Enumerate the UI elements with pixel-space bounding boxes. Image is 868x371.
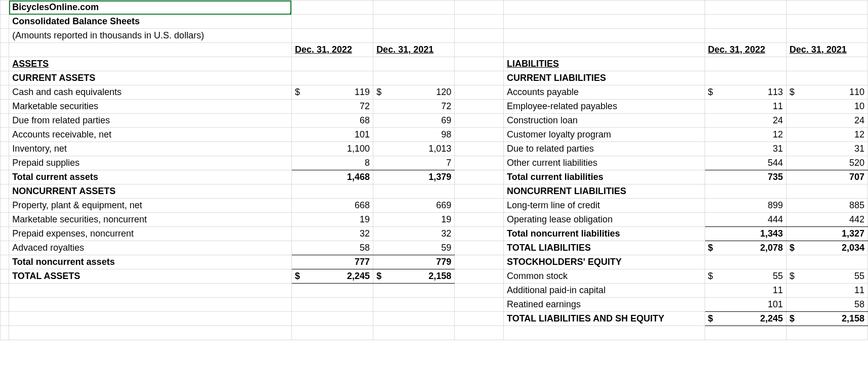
- asset-row-value[interactable]: 8: [291, 156, 373, 170]
- total-noncurrent-assets-value[interactable]: 777: [291, 255, 373, 269]
- current-liabilities-header[interactable]: CURRENT LIABILITIES: [504, 71, 705, 85]
- asset-row-value[interactable]: 32: [291, 227, 373, 241]
- asset-row-label[interactable]: Inventory, net: [9, 142, 292, 156]
- asset-row-value[interactable]: $120: [373, 85, 455, 100]
- equity-row-value[interactable]: 58: [786, 298, 867, 312]
- equity-row-label[interactable]: Reatined earnings: [504, 298, 705, 312]
- equity-row-label[interactable]: Common stock: [504, 269, 705, 284]
- company-name-cell[interactable]: BicyclesOnline.com: [9, 1, 292, 15]
- total-assets-value[interactable]: $2,245: [291, 269, 373, 284]
- asset-row-value[interactable]: 59: [373, 241, 455, 255]
- liab-row-value[interactable]: 12: [786, 128, 867, 142]
- total-noncurrent-liabilities-label[interactable]: Total noncurrent liabilities: [504, 227, 705, 241]
- liab-row-label[interactable]: Other current liabilities: [504, 156, 705, 170]
- liab-row-value[interactable]: 31: [705, 142, 786, 156]
- grand-total-value[interactable]: $2,158: [786, 312, 867, 326]
- liab-row-value[interactable]: 24: [705, 114, 786, 128]
- liab-row-value[interactable]: 444: [705, 213, 786, 227]
- asset-row-value[interactable]: 7: [373, 156, 455, 170]
- liab-row-label[interactable]: Operating lease obligation: [504, 213, 705, 227]
- asset-row-label[interactable]: Prepaid supplies: [9, 156, 292, 170]
- asset-row-value[interactable]: 668: [291, 199, 373, 213]
- asset-row-value[interactable]: $119: [291, 85, 373, 100]
- liab-row-value[interactable]: 31: [786, 142, 867, 156]
- liab-row-value[interactable]: 442: [786, 213, 867, 227]
- total-noncurrent-assets-label[interactable]: Total noncurrent assets: [9, 255, 292, 269]
- asset-row-value[interactable]: 101: [291, 128, 373, 142]
- liab-row-value[interactable]: 544: [705, 156, 786, 170]
- equity-row-value[interactable]: $55: [786, 269, 867, 284]
- liab-row-value[interactable]: $113: [705, 85, 786, 100]
- liab-row-label[interactable]: Long-term line of credit: [504, 199, 705, 213]
- asset-row-label[interactable]: Advaced royalties: [9, 241, 292, 255]
- total-current-liabilities-label[interactable]: Total current liabilities: [504, 170, 705, 184]
- asset-row-value[interactable]: 32: [373, 227, 455, 241]
- liab-row-value[interactable]: 12: [705, 128, 786, 142]
- total-current-liabilities-value[interactable]: 735: [705, 170, 786, 184]
- total-current-liabilities-value[interactable]: 707: [786, 170, 867, 184]
- asset-row-value[interactable]: 98: [373, 128, 455, 142]
- liabilities-section-header[interactable]: LIABILITIES: [504, 57, 705, 71]
- total-noncurrent-liabilities-value[interactable]: 1,343: [705, 227, 786, 241]
- assets-section-header[interactable]: ASSETS: [9, 57, 292, 71]
- asset-row-label[interactable]: Accounts receivable, net: [9, 128, 292, 142]
- equity-row-value[interactable]: 11: [786, 284, 867, 298]
- asset-row-value[interactable]: 19: [291, 213, 373, 227]
- date-header-liab-2022[interactable]: Dec. 31, 2022: [705, 43, 786, 57]
- asset-row-value[interactable]: 68: [291, 114, 373, 128]
- liab-row-value[interactable]: 24: [786, 114, 867, 128]
- liab-row-label[interactable]: Accounts payable: [504, 85, 705, 100]
- asset-row-label[interactable]: Marketable securities: [9, 100, 292, 114]
- total-assets-value[interactable]: $2,158: [373, 269, 455, 284]
- asset-row-label[interactable]: Due from related parties: [9, 114, 292, 128]
- asset-row-label[interactable]: Property, plant & equipment, net: [9, 199, 292, 213]
- asset-row-value[interactable]: 58: [291, 241, 373, 255]
- liab-row-value[interactable]: 899: [705, 199, 786, 213]
- asset-row-value[interactable]: 19: [373, 213, 455, 227]
- equity-row-label[interactable]: Additional paid-in capital: [504, 284, 705, 298]
- liab-row-label[interactable]: Due to related parties: [504, 142, 705, 156]
- date-header-liab-2021[interactable]: Dec. 31, 2021: [786, 43, 867, 57]
- noncurrent-liabilities-header[interactable]: NONCURRENT LIABILITIES: [504, 184, 705, 199]
- asset-row-label[interactable]: Cash and cash equivalents: [9, 85, 292, 100]
- liab-row-value[interactable]: 520: [786, 156, 867, 170]
- liab-row-value[interactable]: 885: [786, 199, 867, 213]
- equity-row-value[interactable]: 101: [705, 298, 786, 312]
- grand-total-label[interactable]: TOTAL LIABILITIES AND SH EQUITY: [504, 312, 705, 326]
- asset-row-value[interactable]: 72: [291, 100, 373, 114]
- date-header-assets-2021[interactable]: Dec. 31, 2021: [373, 43, 455, 57]
- liab-row-label[interactable]: Employee-related payables: [504, 100, 705, 114]
- asset-row-value[interactable]: 69: [373, 114, 455, 128]
- noncurrent-assets-header[interactable]: NONCURRENT ASSETS: [9, 184, 292, 199]
- total-noncurrent-liabilities-value[interactable]: 1,327: [786, 227, 867, 241]
- asset-row-value[interactable]: 1,013: [373, 142, 455, 156]
- current-assets-header[interactable]: CURRENT ASSETS: [9, 71, 292, 85]
- liab-row-value[interactable]: 10: [786, 100, 867, 114]
- asset-row-value[interactable]: 1,100: [291, 142, 373, 156]
- liab-row-value[interactable]: $110: [786, 85, 867, 100]
- equity-header[interactable]: STOCKHOLDERS' EQUITY: [504, 255, 705, 269]
- total-current-assets-label[interactable]: Total current assets: [9, 170, 292, 184]
- selection-handle-icon[interactable]: [290, 13, 292, 15]
- total-noncurrent-assets-value[interactable]: 779: [373, 255, 455, 269]
- equity-row-value[interactable]: 11: [705, 284, 786, 298]
- asset-row-label[interactable]: Marketable securities, noncurrent: [9, 213, 292, 227]
- total-liabilities-label[interactable]: TOTAL LIABILITIES: [504, 241, 705, 255]
- units-note[interactable]: (Amounts reported in thousands in U.S. d…: [9, 29, 292, 43]
- total-current-assets-value[interactable]: 1,379: [373, 170, 455, 184]
- total-liabilities-value[interactable]: $2,078: [705, 241, 786, 255]
- spreadsheet-grid[interactable]: BicyclesOnline.com Consolidated Balance …: [0, 0, 868, 340]
- asset-row-value[interactable]: 669: [373, 199, 455, 213]
- equity-row-value[interactable]: $55: [705, 269, 786, 284]
- liab-row-value[interactable]: 11: [705, 100, 786, 114]
- liab-row-label[interactable]: Construction loan: [504, 114, 705, 128]
- grand-total-value[interactable]: $2,245: [705, 312, 786, 326]
- total-current-assets-value[interactable]: 1,468: [291, 170, 373, 184]
- asset-row-label[interactable]: Prepaid expenses, noncurrent: [9, 227, 292, 241]
- asset-row-value[interactable]: 72: [373, 100, 455, 114]
- liab-row-label[interactable]: Customer loyalty program: [504, 128, 705, 142]
- total-assets-label[interactable]: TOTAL ASSETS: [9, 269, 292, 284]
- sheet-title[interactable]: Consolidated Balance Sheets: [9, 15, 292, 29]
- date-header-assets-2022[interactable]: Dec. 31, 2022: [291, 43, 373, 57]
- total-liabilities-value[interactable]: $2,034: [786, 241, 867, 255]
